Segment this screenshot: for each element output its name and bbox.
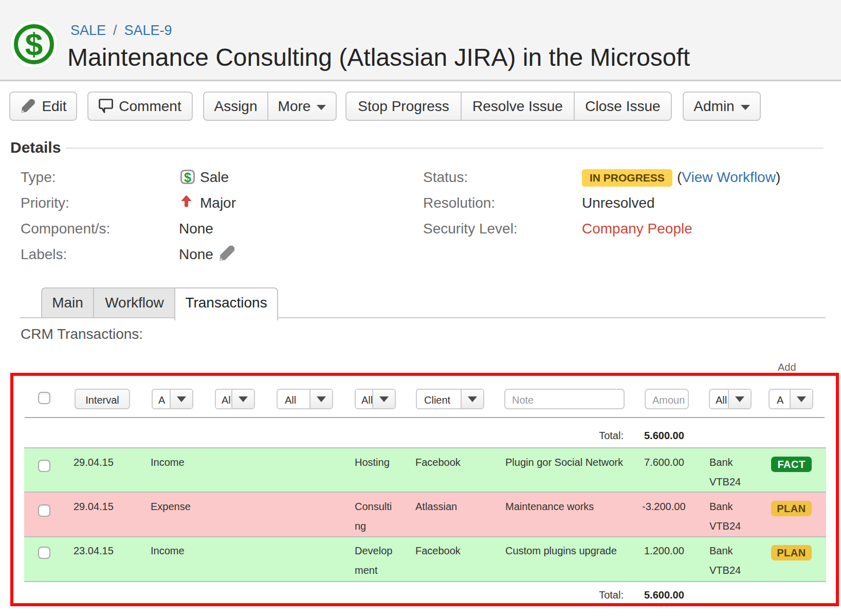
svg-text:$: $ xyxy=(25,26,43,62)
